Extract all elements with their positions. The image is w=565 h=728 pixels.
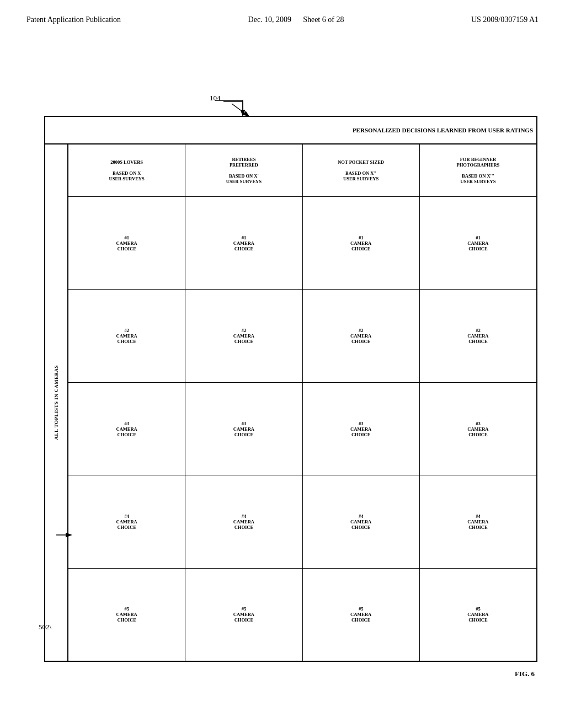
page-header: Patent Application Publication Dec. 10, … xyxy=(0,0,565,24)
header-sheet: Sheet 6 of 28 xyxy=(303,15,344,24)
fig-label: FIG. 6 xyxy=(515,670,535,678)
col4-row5: #5CAMERACHOICE xyxy=(420,569,536,661)
col3-row3: #3CAMERACHOICE xyxy=(303,383,419,475)
ref-502-label: 502\ xyxy=(39,623,51,631)
outer-header-text: PERSONALIZED DECISIONS LEARNED FROM USER… xyxy=(353,127,533,133)
col2-row5: #5CAMERACHOICE xyxy=(185,569,302,661)
main-diagram-box: PERSONALIZED DECISIONS LEARNED FROM USER… xyxy=(44,116,537,662)
col2-header: RETIREESPREFERREDBASED ON X'USER SURVEYS xyxy=(185,144,302,197)
left-label-text: ALL TOPLISTS IN CAMERAS xyxy=(54,365,59,440)
column-4: FOR BEGINNERPHOTOGRAPHERSBASED ON X'''US… xyxy=(420,144,536,661)
col3-row1: #1CAMERACHOICE xyxy=(303,197,419,290)
svg-line-0 xyxy=(232,104,248,116)
col4-row4: #4CAMERACHOICE xyxy=(420,475,536,568)
header-publication: Patent Application Publication xyxy=(26,15,121,24)
col2-row2: #2CAMERACHOICE xyxy=(185,290,302,382)
column-2: RETIREESPREFERREDBASED ON X'USER SURVEYS… xyxy=(185,144,302,661)
col1-row1: #1CAMERACHOICE xyxy=(68,197,185,290)
diagram-area: 104 PERSONALIZED DECISIONS LEARNED FROM … xyxy=(33,77,543,684)
col4-row3: #3CAMERACHOICE xyxy=(420,383,536,475)
left-label: ALL TOPLISTS IN CAMERAS xyxy=(45,144,68,661)
col4-row1: #1CAMERACHOICE xyxy=(420,197,536,290)
col3-rows: #1CAMERACHOICE #2CAMERACHOICE #3CAMERACH… xyxy=(303,197,419,661)
column-1: 2000S LOVERSBASED ON XUSER SURVEYS #1CAM… xyxy=(68,144,185,661)
col2-row4: #4CAMERACHOICE xyxy=(185,475,302,568)
col2-row1: #1CAMERACHOICE xyxy=(185,197,302,290)
columns-container: 2000S LOVERSBASED ON XUSER SURVEYS #1CAM… xyxy=(68,144,536,661)
header-date: Dec. 10, 2009 xyxy=(248,15,292,24)
col1-row4: #4CAMERACHOICE xyxy=(68,475,185,568)
col1-header: 2000S LOVERSBASED ON XUSER SURVEYS xyxy=(68,144,185,197)
col1-row3: #3CAMERACHOICE xyxy=(68,383,185,475)
col4-rows: #1CAMERACHOICE #2CAMERACHOICE #3CAMERACH… xyxy=(420,197,536,661)
outer-header: PERSONALIZED DECISIONS LEARNED FROM USER… xyxy=(45,117,536,144)
col3-row5: #5CAMERACHOICE xyxy=(303,569,419,661)
col3-row4: #4CAMERACHOICE xyxy=(303,475,419,568)
col3-row2: #2CAMERACHOICE xyxy=(303,290,419,382)
col4-header: FOR BEGINNERPHOTOGRAPHERSBASED ON X'''US… xyxy=(420,144,536,197)
header-patent: US 2009/0307159 A1 xyxy=(471,15,539,24)
col1-rows: #1CAMERACHOICE #2CAMERACHOICE #3CAMERACH… xyxy=(68,197,185,661)
col2-row3: #3CAMERACHOICE xyxy=(185,383,302,475)
col1-row2: #2CAMERACHOICE xyxy=(68,290,185,382)
col3-header: NOT POCKET SIZEDBASED ON X"USER SURVEYS xyxy=(303,144,419,197)
content-row: ALL TOPLISTS IN CAMERAS 2000S LOVERSBASE… xyxy=(45,144,536,661)
ref-104-label: 104 xyxy=(210,94,221,103)
col2-rows: #1CAMERACHOICE #2CAMERACHOICE #3CAMERACH… xyxy=(185,197,302,661)
column-3: NOT POCKET SIZEDBASED ON X"USER SURVEYS … xyxy=(303,144,420,661)
col1-row5: #5CAMERACHOICE xyxy=(68,569,185,661)
col4-row2: #2CAMERACHOICE xyxy=(420,290,536,382)
